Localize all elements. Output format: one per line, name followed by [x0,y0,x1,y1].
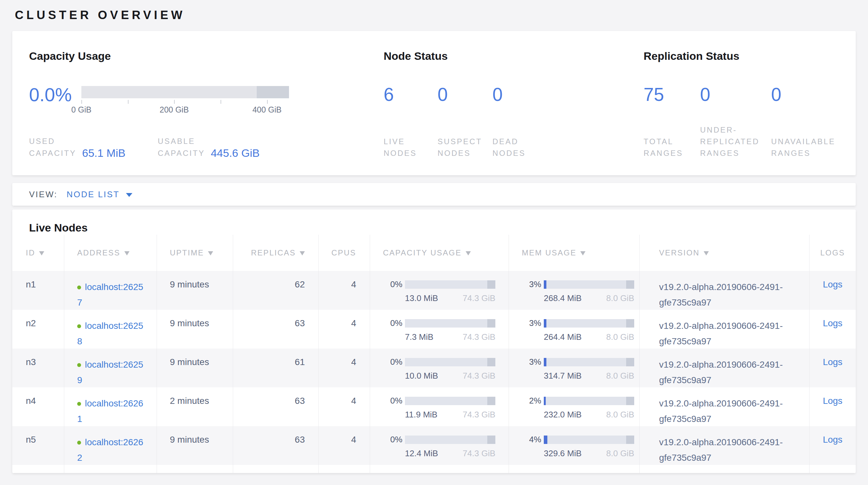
column-header[interactable]: MEM USAGE [508,235,640,271]
mem-percent-label: 3% [522,318,541,328]
sort-arrow-icon [39,251,44,255]
axis-tick-label: 0 GiB [71,105,92,114]
sort-arrow-icon [208,251,213,255]
capacity-usage-bar [405,280,495,289]
summary-card: Capacity Usage 0.0% 0 GiB 200 GiB [12,31,856,175]
column-header-label: ADDRESS [77,248,120,257]
capacity-bar-end-segment [487,397,495,405]
capacity-usage-bar [405,358,495,366]
stat-value: 75 [644,85,700,104]
capacity-bar-end-segment [487,435,495,444]
table-row: n4 localhost:26261 2 minutes 63 4 0% [12,387,856,426]
stat-label: UNAVAILABLE RANGES [771,136,835,159]
capacity-used-value: 7.3 MiB [405,332,433,342]
cell-version: v19.2.0-alpha.20190606-2491-gfe735c9a97 [640,271,809,310]
capacity-total-value: 74.3 GiB [463,293,495,303]
column-header-label: LOGS [820,248,845,257]
node-status-heading: Node Status [383,49,644,63]
stat-label: TOTAL RANGES [644,136,700,159]
mem-bar-end-segment [626,358,634,366]
column-header[interactable]: VERSION [640,235,809,271]
mem-usage-bar [544,397,634,405]
node-address-link[interactable]: localhost:26257 [77,282,144,308]
cell-capacity-usage: 0% 13.0 MiB 74.3 GiB [370,271,508,310]
capacity-gauge-ticks [82,99,289,104]
mem-total-value: 8.0 GiB [606,449,634,458]
column-header[interactable]: CPUS [318,235,370,271]
capacity-bar-end-segment [487,358,495,366]
cell-version: v19.2.0-alpha.20190606-2491-gfe735c9a97 [640,310,809,348]
column-header[interactable]: ADDRESS [64,235,157,271]
capacity-gauge-track [82,86,289,98]
capacity-total-value: 74.3 GiB [463,449,495,458]
capacity-usage-section: Capacity Usage 0.0% 0 GiB 200 GiB [29,49,383,159]
cell-node-id: n5 [12,426,64,465]
stat-value: 0 [700,85,771,104]
view-label: VIEW: [29,190,58,199]
logs-link[interactable]: Logs [823,357,842,367]
capacity-percent-label: 0% [383,357,402,367]
capacity-bar-end-segment [487,280,495,289]
node-address-link[interactable]: localhost:26262 [77,437,144,463]
axis-tick-label: 200 GiB [159,105,189,114]
mem-bar-end-segment [626,280,634,289]
capacity-stat: USABLE CAPACITY 445.6 GiB [158,135,259,159]
cell-cpus: 4 [318,348,370,387]
cell-mem-usage: 3% 314.7 MiB 8.0 GiB [508,348,640,387]
mem-percent-label: 3% [522,357,541,367]
node-address-link[interactable]: localhost:26258 [77,321,144,346]
logs-link[interactable]: Logs [823,318,842,329]
table-row: n5 localhost:26262 9 minutes 63 4 0% [12,426,856,465]
node-address-link[interactable]: localhost:26259 [77,360,144,385]
node-live-dot [77,363,81,367]
column-header[interactable]: UPTIME [157,235,233,271]
mem-used-value: 329.6 MiB [544,449,582,458]
capacity-stat-value: 445.6 GiB [211,147,259,159]
stat-value: 0 [492,85,526,104]
mem-used-value: 268.4 MiB [544,293,582,303]
mem-bar-fill [544,358,547,366]
mem-percent-label: 4% [522,434,541,445]
node-live-dot [77,324,81,328]
axis-tick-label: 400 GiB [252,105,282,114]
logs-link[interactable]: Logs [823,279,842,290]
node-address-link[interactable]: localhost:26261 [77,398,144,424]
live-nodes-card: Live Nodes ID ADDRESS UPTIME [12,209,856,473]
logs-link[interactable]: Logs [823,396,842,406]
capacity-gauge-axis: 0 GiB 200 GiB 400 GiB [82,105,289,115]
cell-cpus: 4 [318,271,370,310]
stat-label: DEAD NODES [492,136,526,159]
node-live-dot [77,441,81,445]
capacity-usage-bar [405,397,495,405]
mem-usage-bar [544,280,634,289]
sort-arrow-icon [466,251,471,255]
capacity-percent-value: 0.0% [29,85,82,104]
capacity-total-value: 74.3 GiB [463,332,495,342]
view-selected-value[interactable]: NODE LIST [66,190,120,199]
view-selector-dropdown[interactable]: NODE LIST [66,190,132,199]
cell-capacity-usage: 0% 7.3 MiB 74.3 GiB [370,310,508,348]
capacity-percent-label: 0% [383,279,402,289]
logs-link[interactable]: Logs [823,434,842,445]
cell-mem-usage: 4% 329.6 MiB 8.0 GiB [508,426,640,465]
column-header[interactable]: LOGS [809,235,856,271]
mem-bar-fill [544,319,547,327]
sort-arrow-icon [704,251,709,255]
node-live-dot [77,286,81,289]
cell-cpus: 4 [318,426,370,465]
column-header[interactable]: ID [12,235,64,271]
replication-stat: 75 TOTAL RANGES [644,85,700,159]
mem-total-value: 8.0 GiB [606,371,634,381]
cell-replicas: 62 [233,271,318,310]
column-header[interactable]: REPLICAS [233,235,318,271]
cell-uptime: 9 minutes [157,426,233,465]
capacity-stat: USED CAPACITY 65.1 MiB [29,135,125,159]
mem-usage-bar [544,358,634,366]
node-status-section: Node Status 6 LIVE NODES 0 SUSPECT NODES [383,49,644,159]
column-header[interactable]: CAPACITY USAGE [370,235,508,271]
replication-status-stats: 75 TOTAL RANGES 0 UNDER- REPLICATED RANG… [644,85,839,159]
live-nodes-heading: Live Nodes [12,209,856,235]
mem-used-value: 232.0 MiB [544,410,582,420]
cell-replicas: 63 [233,387,318,426]
node-status-stat: 0 SUSPECT NODES [438,85,492,159]
